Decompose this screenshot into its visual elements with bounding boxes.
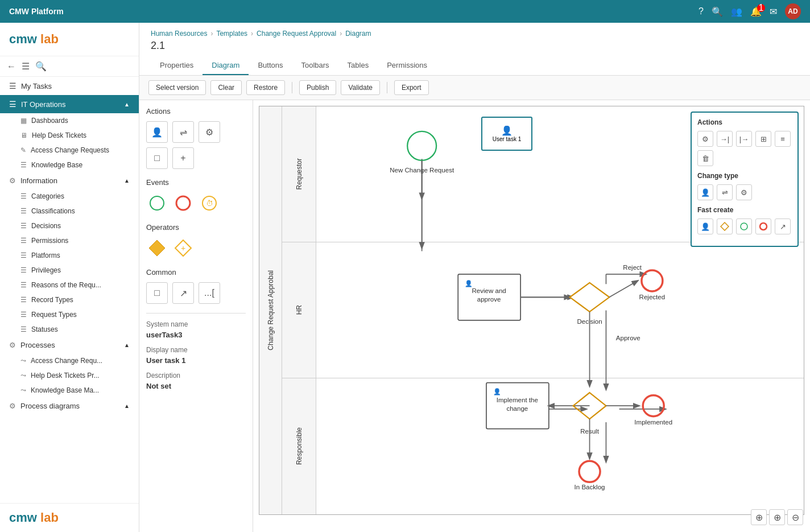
op-diamond-icon[interactable] xyxy=(146,237,168,259)
popup-fc-user-icon[interactable]: 👤 xyxy=(697,218,713,234)
section-header-information[interactable]: ⚙ Information ▲ xyxy=(0,172,139,189)
display-name-label: Display name xyxy=(146,346,246,354)
tab-toolbars[interactable]: Toolbars xyxy=(292,56,338,75)
zoom-out-button[interactable]: ⊖ xyxy=(787,509,803,525)
sidebar-item-knowledge-base[interactable]: ☰ Knowledge Base xyxy=(0,158,139,172)
popup-arrow-in-icon[interactable]: →| xyxy=(717,131,733,147)
clear-button[interactable]: Clear xyxy=(210,80,242,95)
breadcrumb-change-request[interactable]: Change Request Approval xyxy=(257,30,336,38)
statuses-label: Statuses xyxy=(31,325,58,333)
publish-button[interactable]: Publish xyxy=(299,80,336,95)
action-rect-icon[interactable]: □ xyxy=(146,147,168,169)
impl-user-icon: 👤 xyxy=(493,387,501,395)
event-start-icon[interactable] xyxy=(146,192,168,214)
section-header-process-diagrams[interactable]: ⚙ Process diagrams ▲ xyxy=(0,398,139,414)
popup-fc-end-icon[interactable] xyxy=(755,218,771,234)
search-icon[interactable]: 🔍 xyxy=(712,6,723,17)
zoom-in-button[interactable]: ⊕ xyxy=(769,509,785,525)
sidebar-item-permissions[interactable]: ☰ Permissions xyxy=(0,233,139,248)
impl-text-line2: change xyxy=(506,405,528,412)
privileges-icon: ☰ xyxy=(20,266,27,274)
user-task-1-node[interactable]: 👤 User task 1 xyxy=(481,117,532,151)
popup-change-type-icons: 👤 ⇌ ⚙ xyxy=(697,184,792,200)
restore-button[interactable]: Restore xyxy=(246,80,285,95)
sidebar-item-decisions[interactable]: ☰ Decisions xyxy=(0,218,139,233)
sidebar-item-statuses[interactable]: ☰ Statuses xyxy=(0,322,139,337)
sidebar-item-request-types[interactable]: ☰ Request Types xyxy=(0,307,139,322)
section-header-processes[interactable]: ⚙ Processes ▲ xyxy=(0,337,139,353)
sidebar-item-access-change-proc[interactable]: ⤳ Access Change Requ... xyxy=(0,353,139,368)
info-section-label: Information xyxy=(20,176,57,185)
page-header: Human Resources › Templates › Change Req… xyxy=(139,23,810,76)
categories-label: Categories xyxy=(31,192,64,200)
select-version-button[interactable]: Select version xyxy=(148,80,206,95)
export-button[interactable]: Export xyxy=(394,80,429,95)
tab-buttons[interactable]: Buttons xyxy=(249,56,292,75)
tab-tables[interactable]: Tables xyxy=(338,56,378,75)
validate-button[interactable]: Validate xyxy=(341,80,379,95)
sidebar-item-dashboards[interactable]: ▦ Dashboards xyxy=(0,113,139,128)
sidebar-collapse-icon[interactable]: ← xyxy=(7,61,16,72)
breadcrumb-templates[interactable]: Templates xyxy=(216,30,247,38)
sidebar-item-knowledge-base-proc[interactable]: ⤳ Knowledge Base Ma... xyxy=(0,383,139,398)
privileges-label: Privileges xyxy=(31,266,61,274)
new-change-request-node[interactable] xyxy=(407,131,436,160)
event-timer-icon[interactable]: ⏱ xyxy=(199,192,220,214)
popup-list-icon[interactable]: ≡ xyxy=(775,131,791,147)
event-end-icon[interactable] xyxy=(172,192,194,214)
help-icon[interactable]: ? xyxy=(699,6,704,17)
common-arrow-icon[interactable]: ↗ xyxy=(172,282,194,304)
sidebar-menu-icon[interactable]: ☰ xyxy=(22,61,30,72)
tab-diagram[interactable]: Diagram xyxy=(202,56,249,75)
diagram-toolbar: Select version Clear Restore Publish Val… xyxy=(139,76,810,100)
sidebar-item-platforms[interactable]: ☰ Platforms xyxy=(0,248,139,263)
users-icon[interactable]: 👥 xyxy=(731,6,742,17)
action-gear-icon[interactable]: ⚙ xyxy=(199,121,220,143)
sidebar-item-categories[interactable]: ☰ Categories xyxy=(0,189,139,204)
zoom-in-plus-button[interactable]: ⊕ xyxy=(751,509,767,525)
popup-ct-user-icon[interactable]: 👤 xyxy=(697,184,713,200)
breadcrumb-human-resources[interactable]: Human Resources xyxy=(151,30,207,38)
message-icon[interactable]: ✉ xyxy=(770,6,777,17)
tab-properties[interactable]: Properties xyxy=(151,56,202,75)
tab-permissions[interactable]: Permissions xyxy=(378,56,436,75)
op-diamond-plus-icon[interactable]: + xyxy=(172,237,194,259)
decision-node[interactable] xyxy=(570,283,609,312)
info-section-icon: ⚙ xyxy=(9,176,16,185)
popup-table-icon[interactable]: ⊞ xyxy=(755,131,771,147)
popup-ct-task-icon[interactable]: ⇌ xyxy=(717,184,733,200)
avatar[interactable]: AD xyxy=(785,3,801,19)
popup-fc-circle-icon[interactable] xyxy=(736,218,752,234)
sidebar-item-reasons[interactable]: ☰ Reasons of the Requ... xyxy=(0,278,139,292)
popup-ct-gear-icon[interactable]: ⚙ xyxy=(736,184,752,200)
action-plus-icon[interactable]: + xyxy=(172,147,194,169)
sidebar-search-icon[interactable]: 🔍 xyxy=(35,61,47,72)
popup-fc-arrow-icon[interactable]: ↗ xyxy=(775,218,791,234)
platforms-icon: ☰ xyxy=(20,251,27,259)
implemented-node[interactable] xyxy=(643,395,664,416)
sidebar-item-help-desk[interactable]: 🖥 Help Desk Tickets xyxy=(0,128,139,143)
sidebar-item-access-change[interactable]: ✎ Access Change Requests xyxy=(0,143,139,158)
popup-fc-diamond-icon[interactable] xyxy=(717,218,733,234)
action-user-icon[interactable]: 👤 xyxy=(146,121,168,143)
common-bracket-icon[interactable]: ...[ xyxy=(199,282,220,304)
rejected-node[interactable] xyxy=(642,270,663,291)
common-rect-icon[interactable]: □ xyxy=(146,282,168,304)
in-backlog-node[interactable] xyxy=(579,461,600,482)
sidebar-item-my-tasks[interactable]: ☰ My Tasks xyxy=(0,77,139,95)
popup-delete-icon[interactable]: 🗑 xyxy=(697,150,713,166)
popup-gear-icon[interactable]: ⚙ xyxy=(697,131,713,147)
decisions-icon: ☰ xyxy=(20,222,27,230)
sidebar-item-help-desk-proc[interactable]: ⤳ Help Desk Tickets Pr... xyxy=(0,368,139,383)
notification-icon[interactable]: 🔔1 xyxy=(750,6,762,17)
sidebar-item-classifications[interactable]: ☰ Classifications xyxy=(0,204,139,218)
breadcrumb-diagram: Diagram xyxy=(345,30,371,38)
tab-bar: Properties Diagram Buttons Toolbars Tabl… xyxy=(151,56,799,75)
main-layout: cmw lab ← ☰ 🔍 ☰ My Tasks ☰ IT Operations… xyxy=(0,23,810,532)
action-task-icon[interactable]: ⇌ xyxy=(172,121,194,143)
top-nav: CMW Platform ? 🔍 👥 🔔1 ✉ AD xyxy=(0,0,810,23)
sidebar-item-record-types[interactable]: ☰ Record Types xyxy=(0,292,139,307)
sidebar-item-it-operations[interactable]: ☰ IT Operations ▲ xyxy=(0,95,139,113)
sidebar-item-privileges[interactable]: ☰ Privileges xyxy=(0,263,139,278)
popup-arrow-out-icon[interactable]: |→ xyxy=(736,131,752,147)
